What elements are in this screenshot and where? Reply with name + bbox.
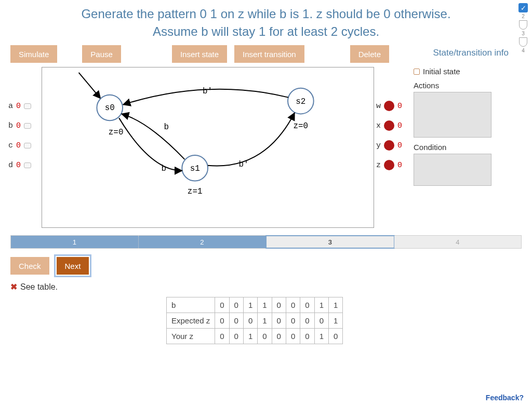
- cell: 1: [328, 297, 342, 313]
- input-row: a 0: [8, 96, 39, 116]
- error-message: ✖ See table.: [0, 275, 532, 292]
- state-label: s1: [190, 164, 200, 173]
- cell: 0: [229, 329, 243, 344]
- check-icon: ✓: [518, 3, 528, 12]
- input-value: 0: [16, 161, 21, 170]
- actions-textarea[interactable]: [414, 92, 491, 138]
- cell: 0: [314, 313, 328, 329]
- row-header: Your z: [167, 329, 215, 344]
- error-text: See table.: [20, 282, 58, 292]
- problem-title-line1: Generate the pattern 0 1 on z while b is…: [81, 7, 450, 21]
- problem-title: Generate the pattern 0 1 on z while b is…: [0, 0, 532, 45]
- cell: 0: [272, 313, 286, 329]
- cell: 1: [258, 313, 272, 329]
- initial-arrow: [79, 73, 101, 99]
- step-4[interactable]: 4: [394, 236, 522, 248]
- transition-label: b': [203, 87, 212, 96]
- output-name: x: [376, 121, 381, 130]
- output-value: 0: [397, 102, 402, 111]
- led-icon: [384, 160, 394, 170]
- toolbar: Simulate Pause Insert state Insert trans…: [0, 45, 532, 67]
- cell: 0: [300, 329, 314, 344]
- outputs-column: w 0 x 0 y 0 z 0: [376, 67, 406, 228]
- step-1[interactable]: 1: [11, 236, 139, 248]
- table-row: Your z 0 0 1 0 0 0 0 1 0: [167, 329, 343, 344]
- badge-number: 2: [522, 13, 525, 19]
- state-s0[interactable]: s0 z=0: [97, 95, 123, 138]
- delete-button[interactable]: Delete: [350, 45, 389, 63]
- cell: 0: [229, 297, 243, 313]
- initial-state-checkbox[interactable]: [414, 69, 420, 75]
- cell: 0: [215, 313, 229, 329]
- transition-s0-s1[interactable]: [119, 118, 182, 171]
- cell: 0: [300, 297, 314, 313]
- problem-title-line2: Assume b will stay 1 for at least 2 cycl…: [153, 24, 379, 38]
- cell: 0: [300, 313, 314, 329]
- step-bar: 1 2 3 4: [10, 235, 522, 249]
- transition-s1-s2[interactable]: [208, 113, 295, 166]
- table-row: b 0 0 1 1 0 0 0 1 1: [167, 297, 343, 313]
- inputs-column: a 0 b 0 c 0 d 0: [8, 67, 39, 228]
- insert-transition-button[interactable]: Insert transition: [234, 45, 304, 63]
- shield-icon: [519, 20, 527, 30]
- input-row: d 0: [8, 155, 39, 175]
- fsm-canvas[interactable]: s0 z=0 s1 z=1 s2 z=0 b b b': [42, 67, 374, 228]
- step-3[interactable]: 3: [265, 235, 395, 249]
- output-row: z 0: [376, 155, 406, 175]
- led-icon: [384, 120, 394, 131]
- state-s2[interactable]: s2 z=0: [288, 88, 314, 131]
- input-toggle[interactable]: [24, 103, 31, 109]
- input-name: b: [8, 121, 13, 130]
- input-toggle[interactable]: [24, 123, 31, 129]
- shield-icon: [519, 37, 527, 47]
- input-name: d: [8, 161, 13, 170]
- table-row: Expected z 0 0 0 1 0 0 0 0 1: [167, 313, 343, 329]
- cell: 0: [286, 329, 300, 344]
- state-s1[interactable]: s1 z=1: [182, 155, 208, 197]
- output-name: z: [376, 161, 381, 170]
- simulate-button[interactable]: Simulate: [10, 45, 57, 63]
- check-button[interactable]: Check: [10, 257, 49, 275]
- row-header: b: [167, 297, 215, 313]
- input-value: 0: [16, 102, 21, 111]
- input-row: c 0: [8, 135, 39, 155]
- insert-state-button[interactable]: Insert state: [172, 45, 227, 63]
- input-toggle[interactable]: [24, 162, 31, 168]
- state-action: z=0: [294, 121, 309, 131]
- input-value: 0: [16, 121, 21, 130]
- transition-label: b: [164, 123, 169, 132]
- state-transition-info-label: State/transition info: [433, 45, 522, 58]
- step-2[interactable]: 2: [139, 236, 267, 248]
- state-action: z=0: [109, 128, 124, 137]
- input-name: a: [8, 102, 13, 111]
- output-row: x 0: [376, 116, 406, 135]
- led-icon: [384, 101, 394, 111]
- cell: 0: [215, 329, 229, 344]
- cell: 0: [272, 297, 286, 313]
- input-toggle[interactable]: [24, 143, 31, 148]
- cell: 0: [229, 313, 243, 329]
- cell: 0: [286, 313, 300, 329]
- condition-textarea[interactable]: [414, 154, 491, 186]
- cell: 1: [314, 329, 328, 344]
- initial-state-label: Initial state: [423, 67, 460, 76]
- cell: 0: [243, 313, 257, 329]
- output-value: 0: [397, 141, 402, 150]
- badge-number: 4: [522, 48, 525, 53]
- cell: 0: [258, 329, 272, 344]
- cell: 1: [328, 313, 342, 329]
- condition-label: Condition: [414, 143, 529, 152]
- next-button[interactable]: Next: [57, 257, 89, 275]
- pause-button[interactable]: Pause: [82, 45, 121, 63]
- result-table: b 0 0 1 1 0 0 0 1 1 Expected z 0 0 0 1 0…: [166, 297, 343, 344]
- cell: 1: [243, 297, 257, 313]
- transition-label: b': [239, 160, 249, 169]
- cell: 0: [215, 297, 229, 313]
- transition-label: b: [162, 164, 167, 173]
- output-name: w: [376, 102, 381, 111]
- error-icon: ✖: [10, 282, 17, 292]
- output-row: w 0: [376, 96, 406, 116]
- output-value: 0: [397, 161, 402, 170]
- cell: 1: [314, 297, 328, 313]
- feedback-link[interactable]: Feedback?: [486, 394, 524, 402]
